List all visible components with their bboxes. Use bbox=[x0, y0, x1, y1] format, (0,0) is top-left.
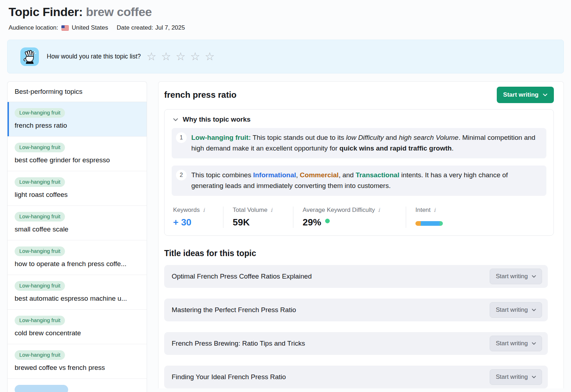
title-idea-text: Finding Your Ideal French Press Ratio bbox=[172, 373, 286, 381]
topic-item-light-roast-coffees[interactable]: Low-hanging fruit light roast coffees bbox=[7, 171, 147, 206]
star-1-icon[interactable]: ☆ bbox=[147, 51, 157, 62]
intent-informational-segment bbox=[421, 221, 440, 226]
topic-item-best-coffee-grinder[interactable]: Low-hanging fruit best coffee grinder fo… bbox=[7, 137, 147, 171]
topic-item-label: best coffee grinder for espresso bbox=[15, 156, 140, 164]
topic-item-label: small coffee scale bbox=[15, 225, 140, 233]
topic-detail-panel: french press ratio Start writing Why thi… bbox=[158, 81, 564, 388]
waving-hand-icon bbox=[20, 47, 39, 66]
point-text: . bbox=[452, 144, 454, 152]
point-number: 1 bbox=[176, 132, 187, 143]
rating-banner: How would you rate this topic list? ☆ ☆ … bbox=[7, 40, 564, 73]
topic-item-french-press-ratio[interactable]: Low-hanging fruit french press ratio bbox=[7, 102, 147, 137]
point-number: 2 bbox=[176, 170, 187, 180]
metric-keywords: Keywords i + 30 bbox=[173, 207, 223, 228]
topic-item-label: cold brew concentrate bbox=[15, 329, 140, 337]
topic-item-small-coffee-scale[interactable]: Low-hanging fruit small coffee scale bbox=[7, 206, 147, 240]
topic-item-label: best automatic espresso machine u... bbox=[15, 295, 140, 302]
topic-finder-page: Topic Finder: brew coffee Audience locat… bbox=[0, 0, 571, 392]
chevron-down-icon bbox=[532, 309, 536, 311]
low-hanging-fruit-badge: Low-hanging fruit bbox=[15, 350, 65, 360]
date-created-label: Date created: bbox=[117, 24, 153, 31]
informational-intent-label: Informational bbox=[253, 171, 296, 179]
start-writing-label: Start writing bbox=[496, 273, 528, 280]
start-writing-idea-button[interactable]: Start writing bbox=[490, 336, 542, 351]
star-3-icon[interactable]: ☆ bbox=[176, 51, 186, 62]
topic-item-how-to-operate-french-press[interactable]: Low-hanging fruit how to operate a frenc… bbox=[7, 240, 147, 275]
title-idea-text: French Press Brewing: Ratio Tips and Tri… bbox=[172, 340, 305, 347]
point-italic: high search Volume bbox=[399, 134, 458, 141]
point-text: , bbox=[296, 171, 300, 179]
topic-item-label: how to operate a french press coffe... bbox=[15, 260, 140, 268]
page-title-query: brew coffee bbox=[86, 5, 152, 19]
topic-detail-title: french press ratio bbox=[164, 90, 237, 100]
chevron-down-icon bbox=[173, 118, 178, 121]
metric-label: Average Keyword Difficulty bbox=[303, 207, 375, 214]
why-topic-works-header[interactable]: Why this topic works bbox=[165, 110, 554, 128]
metric-total-volume: Total Volume i 59K bbox=[223, 207, 293, 228]
start-writing-idea-button[interactable]: Start writing bbox=[490, 302, 542, 318]
start-writing-button[interactable]: Start writing bbox=[497, 87, 554, 103]
metric-intent: Intent i bbox=[406, 207, 452, 228]
star-4-icon[interactable]: ☆ bbox=[190, 51, 200, 62]
start-writing-idea-button[interactable]: Start writing bbox=[490, 369, 542, 385]
metric-keywords-label-row: Keywords i bbox=[173, 207, 214, 214]
why-point-1-text: Low-hanging fruit: This topic stands out… bbox=[191, 132, 539, 154]
us-flag-icon bbox=[61, 25, 69, 31]
info-icon[interactable]: i bbox=[434, 207, 436, 213]
topic-item-partial[interactable] bbox=[7, 379, 147, 392]
intent-transactional-segment bbox=[440, 221, 443, 226]
low-hanging-fruit-badge: Low-hanging fruit bbox=[15, 143, 65, 152]
topic-badge-partial bbox=[15, 385, 68, 392]
audience-location-value: United States bbox=[72, 24, 108, 31]
metric-difficulty-label-row: Average Keyword Difficulty i bbox=[303, 207, 396, 214]
point-text: This topic stands out due to its bbox=[251, 134, 346, 141]
why-point-1: 1 Low-hanging fruit: This topic stands o… bbox=[172, 128, 546, 158]
metric-difficulty-value: 29% bbox=[303, 217, 321, 228]
page-header: Topic Finder: brew coffee Audience locat… bbox=[0, 0, 571, 31]
metric-keyword-difficulty: Average Keyword Difficulty i 29% bbox=[293, 207, 406, 228]
star-5-icon[interactable]: ☆ bbox=[205, 51, 215, 62]
start-writing-idea-button[interactable]: Start writing bbox=[490, 269, 542, 284]
topic-item-cold-brew-concentrate[interactable]: Low-hanging fruit cold brew concentrate bbox=[7, 310, 147, 344]
topic-item-label: light roast coffees bbox=[15, 191, 140, 199]
metric-label: Total Volume bbox=[233, 207, 267, 214]
title-idea-card: Optimal French Press Coffee Ratios Expla… bbox=[164, 265, 548, 288]
low-hanging-fruit-badge: Low-hanging fruit bbox=[15, 316, 65, 325]
intent-distribution-bar bbox=[415, 221, 443, 226]
page-title: Topic Finder: brew coffee bbox=[9, 5, 562, 19]
transactional-intent-label: Transactional bbox=[355, 171, 399, 179]
rating-question: How would you rate this topic list? bbox=[47, 53, 141, 60]
difficulty-status-dot bbox=[325, 219, 330, 223]
start-writing-label: Start writing bbox=[496, 373, 528, 381]
metric-keywords-value: + 30 bbox=[173, 217, 214, 228]
date-created-value: Jul 7, 2025 bbox=[155, 24, 185, 31]
topic-item-brewed-coffee-vs-french-press[interactable]: Low-hanging fruit brewed coffee vs frenc… bbox=[7, 344, 147, 379]
title-idea-text: Optimal French Press Coffee Ratios Expla… bbox=[172, 273, 312, 280]
point-text: and bbox=[384, 134, 399, 141]
sidebar-title: Best-performing topics bbox=[7, 82, 147, 102]
metric-label: Intent bbox=[415, 207, 431, 214]
topic-item-best-automatic-espresso-machine[interactable]: Low-hanging fruit best automatic espress… bbox=[7, 275, 147, 310]
low-hanging-fruit-badge: Low-hanging fruit bbox=[15, 246, 65, 256]
metric-label: Keywords bbox=[173, 207, 200, 214]
info-icon[interactable]: i bbox=[203, 207, 205, 213]
intent-commercial-segment bbox=[415, 221, 421, 226]
low-hanging-fruit-badge: Low-hanging fruit bbox=[15, 281, 65, 291]
point-italic: low Difficulty bbox=[346, 134, 384, 141]
topic-item-label: brewed coffee vs french press bbox=[15, 364, 140, 372]
info-icon[interactable]: i bbox=[271, 207, 272, 213]
topic-metrics-row: Keywords i + 30 Total Volume i 59K bbox=[165, 203, 554, 235]
metric-intent-label-row: Intent i bbox=[415, 207, 443, 214]
star-2-icon[interactable]: ☆ bbox=[161, 51, 171, 62]
start-writing-label: Start writing bbox=[496, 340, 528, 347]
content-area: Best-performing topics Low-hanging fruit… bbox=[7, 81, 564, 392]
topic-item-label: french press ratio bbox=[15, 122, 140, 129]
info-icon[interactable]: i bbox=[378, 207, 380, 213]
title-idea-card: Mastering the Perfect French Press Ratio… bbox=[164, 299, 548, 321]
chevron-down-icon bbox=[532, 376, 536, 378]
start-writing-label: Start writing bbox=[503, 91, 539, 98]
best-performing-topics-panel: Best-performing topics Low-hanging fruit… bbox=[7, 81, 147, 392]
title-ideas-list: Optimal French Press Coffee Ratios Expla… bbox=[164, 265, 554, 388]
title-idea-card: Finding Your Ideal French Press Ratio St… bbox=[164, 366, 548, 388]
low-hanging-fruit-badge: Low-hanging fruit bbox=[15, 212, 65, 222]
